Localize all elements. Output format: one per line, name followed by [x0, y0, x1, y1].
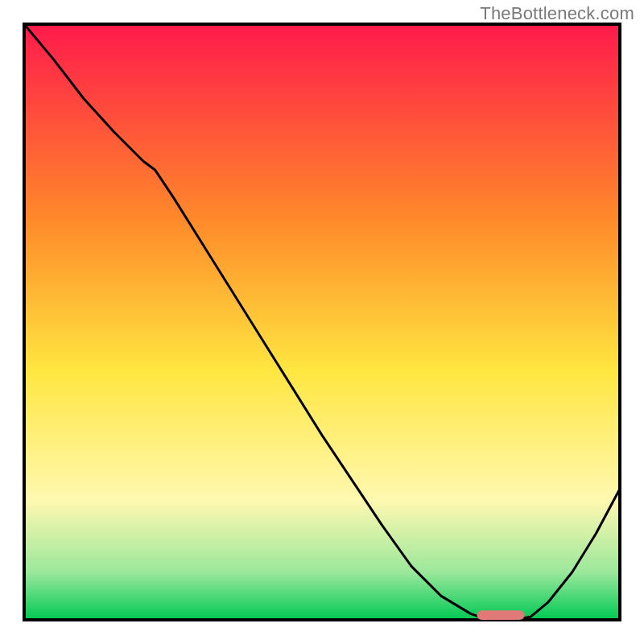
bottleneck-chart	[0, 0, 644, 644]
watermark-label: TheBottleneck.com	[480, 3, 634, 24]
gradient-background	[24, 24, 620, 620]
optimal-range-marker	[477, 610, 524, 620]
chart-container: TheBottleneck.com	[0, 0, 644, 644]
plot-area	[24, 24, 620, 620]
